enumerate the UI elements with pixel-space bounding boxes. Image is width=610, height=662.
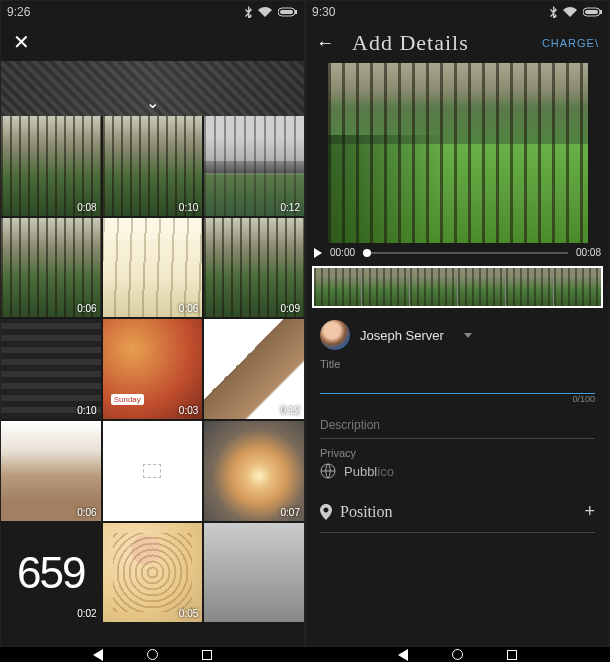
user-row[interactable]: Joseph Server xyxy=(320,320,595,350)
video-preview[interactable] xyxy=(328,63,588,243)
top-bar: ✕ xyxy=(1,23,304,61)
position-label: Position xyxy=(340,503,392,521)
svg-rect-4 xyxy=(585,10,598,14)
add-position-icon[interactable]: + xyxy=(584,501,595,522)
video-thumbnail[interactable]: 0:09 xyxy=(204,218,304,318)
battery-icon xyxy=(278,7,298,17)
avatar xyxy=(320,320,350,350)
privacy-label: Privacy xyxy=(320,447,595,459)
clock: 9:26 xyxy=(7,5,30,19)
android-nav-bars xyxy=(0,647,610,662)
title-input[interactable] xyxy=(320,370,595,394)
account-dropdown-icon[interactable] xyxy=(464,333,472,338)
header: ← Add Details CHARGE\ xyxy=(306,23,609,63)
duration-label: 0:02 xyxy=(77,608,96,619)
duration-label: 0:09 xyxy=(281,303,300,314)
play-icon[interactable] xyxy=(314,248,322,258)
video-thumbnail[interactable]: 6590:02 xyxy=(1,523,101,623)
duration-label: 0:05 xyxy=(179,608,198,619)
video-thumbnail[interactable]: Sunday0:03 xyxy=(103,319,203,419)
video-thumbnail[interactable]: 0:06 xyxy=(103,218,203,318)
video-thumbnail[interactable]: 0:06 xyxy=(1,218,101,318)
nav-home-icon[interactable] xyxy=(147,649,158,660)
duration-label: 0:07 xyxy=(281,507,300,518)
seek-thumb[interactable] xyxy=(363,249,371,257)
seek-track[interactable] xyxy=(363,252,568,254)
video-thumbnail[interactable]: 0:06 xyxy=(1,421,101,521)
status-bar: 9:26 xyxy=(1,1,304,23)
video-grid: 0:080:100:120:060:060:090:10Sunday0:030:… xyxy=(1,116,304,646)
video-thumbnail[interactable]: 0:05 xyxy=(103,523,203,623)
position-row[interactable]: Position + xyxy=(320,501,595,533)
username: Joseph Server xyxy=(360,328,444,343)
nav-recents-icon[interactable] xyxy=(507,650,517,660)
svg-rect-2 xyxy=(295,10,297,14)
duration-label: 0:08 xyxy=(77,202,96,213)
nav-home-icon[interactable] xyxy=(452,649,463,660)
duration-label: 0:12 xyxy=(281,405,300,416)
title-label: Title xyxy=(320,358,595,370)
privacy-wrap: Privacy Pubblico xyxy=(320,447,595,479)
clock: 9:30 xyxy=(312,5,335,19)
globe-icon xyxy=(320,463,336,479)
video-thumbnail[interactable]: 0:12 xyxy=(204,116,304,216)
trim-filmstrip[interactable] xyxy=(312,266,603,308)
video-thumbnail[interactable]: 0:10 xyxy=(1,319,101,419)
title-counter: 0/100 xyxy=(320,394,595,404)
duration-label: 0:06 xyxy=(77,303,96,314)
bluetooth-icon xyxy=(245,6,252,18)
chevron-down-icon[interactable]: ⌄ xyxy=(146,93,159,112)
duration-label: 0:06 xyxy=(77,507,96,518)
upload-action[interactable]: CHARGE\ xyxy=(542,37,599,49)
duration-label: 0:10 xyxy=(179,202,198,213)
time-current: 00:00 xyxy=(330,247,355,258)
bluetooth-icon xyxy=(550,6,557,18)
battery-icon xyxy=(583,7,603,17)
wifi-icon xyxy=(563,7,577,17)
video-thumbnail[interactable] xyxy=(204,523,304,623)
video-thumbnail[interactable]: 0:12 xyxy=(204,319,304,419)
svg-rect-1 xyxy=(280,10,293,14)
description-input[interactable]: Description xyxy=(320,412,595,439)
video-thumbnail[interactable]: 0:08 xyxy=(1,116,101,216)
video-thumbnail[interactable] xyxy=(103,421,203,521)
privacy-selector[interactable]: Pubblico xyxy=(320,459,595,479)
close-icon[interactable]: ✕ xyxy=(13,30,30,54)
nav-back-icon[interactable] xyxy=(398,649,408,661)
wifi-icon xyxy=(258,7,272,17)
status-bar: 9:30 xyxy=(306,1,609,23)
svg-rect-5 xyxy=(600,10,602,14)
duration-label: 0:06 xyxy=(179,303,198,314)
duration-label: 0:03 xyxy=(179,405,198,416)
duration-label: 0:12 xyxy=(281,202,300,213)
progress-bar: 00:00 00:08 xyxy=(306,243,609,262)
pin-icon xyxy=(320,504,332,520)
selected-banner[interactable]: ⌄ xyxy=(1,61,304,116)
title-field-wrap: Title 0/100 xyxy=(320,358,595,404)
time-total: 00:08 xyxy=(576,247,601,258)
nav-recents-icon[interactable] xyxy=(202,650,212,660)
nav-back-icon[interactable] xyxy=(93,649,103,661)
page-title: Add Details xyxy=(352,30,469,56)
gallery-screen: 9:26 ✕ ⌄ 0:080:100:120:060:060:090:10Sun… xyxy=(0,0,305,647)
video-thumbnail[interactable]: 0:10 xyxy=(103,116,203,216)
back-icon[interactable]: ← xyxy=(316,33,334,54)
details-screen: 9:30 ← Add Details CHARGE\ 00:00 00:08 xyxy=(305,0,610,647)
duration-label: 0:10 xyxy=(77,405,96,416)
form: Joseph Server Title 0/100 Description Pr… xyxy=(306,312,609,541)
video-thumbnail[interactable]: 0:07 xyxy=(204,421,304,521)
